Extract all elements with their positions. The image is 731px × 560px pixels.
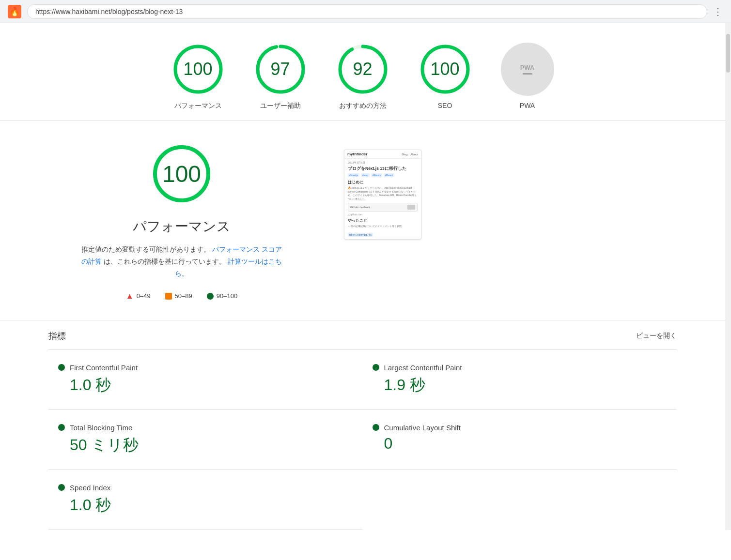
score-item-best-practices: 92 おすすめの方法 [336, 43, 389, 110]
metric-label-row-si: Speed Index [58, 484, 353, 492]
score-label-best-practices: おすすめの方法 [339, 102, 387, 110]
metric-name-lcp: Largest Contentful Paint [384, 363, 462, 372]
square-icon [165, 293, 172, 300]
perf-desc-text1: 推定値のため変動する可能性があります。 [81, 245, 210, 253]
score-number-accessibility: 97 [270, 59, 290, 79]
legend-low-range: 0–49 [137, 292, 151, 300]
metric-dot-tbt [58, 424, 65, 431]
metric-dot-cls [373, 424, 379, 431]
preview-nav-links: Blog About [402, 153, 418, 156]
preview-tag-0: #Next.js [348, 173, 359, 177]
preview-text2: ← 前の記事記事についてのドキュメント等も参照 [348, 225, 418, 228]
performance-score-number: 100 [162, 161, 201, 187]
svg-text:🔥: 🔥 [9, 6, 20, 17]
legend-low: ▲ 0–49 [126, 292, 151, 301]
preview-nav: mythfinder Blog About [344, 150, 421, 159]
metrics-view-link[interactable]: ビューを開く [636, 332, 677, 340]
metric-label-row-tbt: Total Blocking Time [58, 424, 353, 432]
preview-nav-about: About [410, 153, 418, 156]
pwa-circle: PWA [501, 43, 554, 96]
metric-label-row-lcp: Largest Contentful Paint [373, 363, 668, 372]
legend-mid: 50–89 [165, 292, 192, 300]
score-circle-performance: 100 [171, 43, 225, 96]
preview-box-text: GitHub - haxibami... [350, 206, 372, 209]
metrics-section: 指標 ビューを開く First Contentful Paint 1.0 秒 L… [0, 320, 725, 530]
metric-item-tbt: Total Blocking Time 50 ミリ秒 [48, 410, 363, 470]
preview-section1-title: はじめに [348, 180, 418, 185]
preview-section2-title: やったこと [348, 218, 418, 223]
browser-menu-button[interactable]: ⋮ [713, 6, 723, 17]
preview-github-box: GitHub - haxibami... [348, 203, 418, 212]
legend-high: 90–100 [207, 292, 237, 300]
metric-dot-fcp [58, 364, 65, 371]
score-circle-seo: 100 [419, 43, 472, 96]
metric-label-row-fcp: First Contentful Paint [58, 363, 353, 372]
metric-value-cls: 0 [373, 435, 668, 453]
metrics-title: 指標 [48, 330, 66, 342]
performance-title: パフォーマンス [133, 217, 231, 236]
metric-item-si: Speed Index 1.0 秒 [48, 470, 363, 530]
metric-name-fcp: First Contentful Paint [70, 363, 138, 372]
score-number-performance: 100 [183, 59, 212, 79]
pwa-score-label: PWA [520, 102, 535, 109]
scrollbar[interactable] [725, 23, 731, 530]
score-item-accessibility: 97 ユーザー補助 [254, 43, 307, 110]
metric-name-si: Speed Index [70, 484, 110, 492]
metric-value-tbt: 50 ミリ秒 [58, 435, 353, 456]
preview-code: next.config.js [348, 233, 373, 237]
score-item-seo: 100 SEO [419, 43, 472, 109]
metric-value-fcp: 1.0 秒 [58, 375, 353, 396]
preview-tags: #Next.js #web #Remix #React [348, 173, 418, 177]
metric-dot-lcp [373, 364, 379, 371]
preview-card: mythfinder Blog About 2023年3月5日 ブログをNext… [344, 150, 421, 240]
metric-dot-si [58, 484, 65, 491]
circle-icon [207, 293, 214, 300]
preview-logo: mythfinder [347, 152, 367, 156]
performance-big-circle: 100 [148, 140, 216, 208]
metric-label-row-cls: Cumulative Layout Shift [373, 424, 668, 432]
score-circle-accessibility: 97 [254, 43, 307, 96]
preview-tag-2: #Remix [371, 173, 382, 177]
metric-value-si: 1.0 秒 [58, 495, 353, 516]
score-label-accessibility: ユーザー補助 [260, 102, 301, 110]
metric-item-cls: Cumulative Layout Shift 0 [363, 410, 677, 470]
triangle-icon: ▲ [126, 292, 134, 301]
metric-name-tbt: Total Blocking Time [70, 424, 132, 432]
preview-tag-1: #web [361, 173, 370, 177]
preview-date: 2023年3月5日 [348, 161, 418, 165]
pwa-dash [523, 73, 532, 75]
preview-tag-3: #React [384, 173, 394, 177]
pwa-label: PWA [520, 64, 535, 71]
perf-desc-text2: は、これらの指標を基に行っています。 [104, 257, 226, 265]
browser-chrome: 🔥 https://www.haxibami.net/blog/posts/bl… [0, 0, 731, 23]
url-bar[interactable]: https://www.haxibami.net/blog/posts/blog… [27, 4, 707, 19]
metrics-grid: First Contentful Paint 1.0 秒 Largest Con… [48, 350, 677, 530]
score-item-performance: 100 パフォーマンス [171, 43, 225, 110]
preview-post-title: ブログをNext.js 13に移行した [348, 166, 418, 171]
legend-high-range: 90–100 [217, 292, 237, 300]
preview-box-image [407, 205, 415, 210]
scrollbar-thumb[interactable] [726, 34, 730, 73]
metric-name-cls: Cumulative Layout Shift [384, 424, 461, 432]
main-performance-section: 100 パフォーマンス 推定値のため変動する可能性があります。 パフォーマンス … [0, 121, 725, 320]
metric-value-lcp: 1.9 秒 [373, 375, 668, 396]
legend-mid-range: 50–89 [175, 292, 192, 300]
score-number-seo: 100 [430, 59, 459, 79]
preview-body: 2023年3月5日 ブログをNext.js 13に移行した #Next.js #… [344, 159, 421, 239]
preview-nav-blog: Blog [402, 153, 407, 156]
preview-link: △ github.com [348, 213, 418, 216]
score-label-seo: SEO [438, 102, 452, 109]
metrics-header: 指標 ビューを開く [48, 320, 677, 350]
score-circle-best-practices: 92 [336, 43, 389, 96]
metric-item-fcp: First Contentful Paint 1.0 秒 [48, 350, 363, 410]
metric-item-lcp: Largest Contentful Paint 1.9 秒 [363, 350, 677, 410]
score-label-performance: パフォーマンス [174, 102, 222, 110]
scores-section: 100 パフォーマンス 97 ユーザー補助 92 おすすめの方法 10 [0, 23, 725, 121]
performance-description: 推定値のため変動する可能性があります。 パフォーマンス スコアの計算 は、これら… [80, 243, 283, 280]
pwa-score-item: PWA PWA [501, 43, 554, 109]
performance-left-panel: 100 パフォーマンス 推定値のため変動する可能性があります。 パフォーマンス … [48, 140, 315, 301]
score-number-best-practices: 92 [353, 59, 372, 79]
favicon-icon: 🔥 [8, 5, 21, 18]
preview-text1: 🔥 Next.js 13.2 がリリースされ、App Router (beta)… [348, 186, 418, 201]
score-legend: ▲ 0–49 50–89 90–100 [126, 292, 237, 301]
